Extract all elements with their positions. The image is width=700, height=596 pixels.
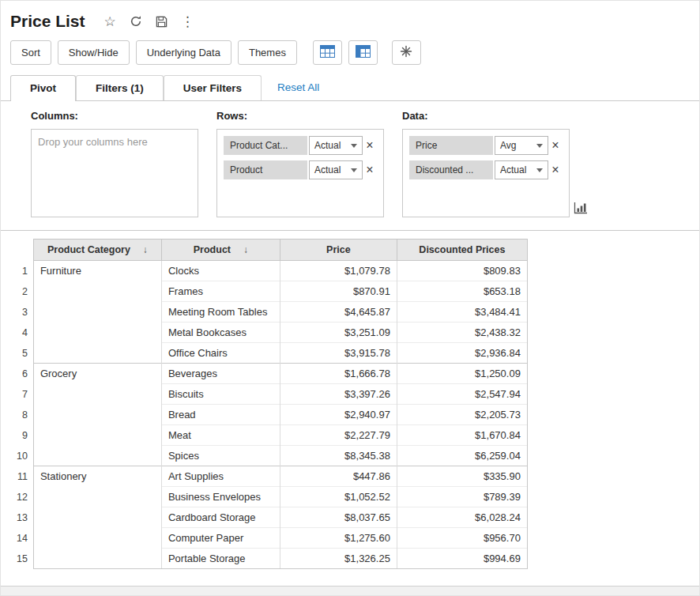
product-cell[interactable]: Business Envelopes <box>161 487 280 507</box>
product-cell[interactable]: Cardboard Storage <box>161 507 280 528</box>
price-cell[interactable]: $447.86 <box>280 466 397 487</box>
category-cell[interactable] <box>33 343 161 364</box>
discounted-price-cell[interactable]: $994.69 <box>397 549 527 569</box>
discounted-price-cell[interactable]: $809.83 <box>397 261 527 281</box>
aggregation-select[interactable]: Avg <box>495 136 548 155</box>
category-cell[interactable] <box>33 384 161 405</box>
price-cell[interactable]: $1,666.78 <box>280 364 397 384</box>
product-cell[interactable]: Biscuits <box>161 384 280 405</box>
price-cell[interactable]: $2,940.97 <box>280 405 397 425</box>
price-cell[interactable]: $1,052.52 <box>280 487 397 507</box>
field-chip-product-category[interactable]: Product Cat... <box>224 136 307 155</box>
category-cell[interactable] <box>33 302 161 323</box>
tab-filters[interactable]: Filters (1) <box>76 75 164 100</box>
save-icon[interactable] <box>156 16 167 28</box>
remove-field-icon[interactable]: × <box>548 160 563 179</box>
price-cell[interactable]: $3,397.26 <box>280 384 397 405</box>
category-cell[interactable] <box>33 281 161 302</box>
category-cell[interactable] <box>33 323 161 343</box>
tab-user-filters[interactable]: User Filters <box>164 75 262 100</box>
remove-field-icon[interactable]: × <box>363 160 377 179</box>
sort-descending-icon[interactable]: ↓ <box>143 244 148 255</box>
remove-field-icon[interactable]: × <box>363 136 377 155</box>
price-cell[interactable]: $8,345.38 <box>280 446 397 466</box>
aggregation-select[interactable]: Actual <box>309 160 363 179</box>
more-options-icon[interactable]: ⋮ <box>181 15 194 28</box>
row-number: 14 <box>10 528 33 549</box>
price-cell[interactable]: $870.91 <box>280 281 397 302</box>
columns-dropzone[interactable]: Drop your columns here <box>31 129 198 217</box>
column-header-price[interactable]: Price <box>280 240 397 261</box>
price-cell[interactable]: $3,915.78 <box>280 343 397 364</box>
product-cell[interactable]: Metal Bookcases <box>161 323 280 343</box>
favorite-star-icon[interactable]: ☆ <box>104 15 116 28</box>
data-dropzone[interactable]: Price Avg × Discounted ... Actual <box>402 129 570 217</box>
product-cell[interactable]: Art Supplies <box>161 466 280 487</box>
summary-options-icon[interactable] <box>574 202 588 217</box>
tabular-view-button[interactable] <box>348 40 378 65</box>
product-cell[interactable]: Computer Paper <box>161 528 280 549</box>
product-cell[interactable]: Meat <box>161 425 280 446</box>
price-cell[interactable]: $3,251.09 <box>280 323 397 343</box>
aggregation-select[interactable]: Actual <box>309 136 363 155</box>
category-cell[interactable]: Furniture <box>33 261 161 281</box>
field-chip-product[interactable]: Product <box>224 160 307 179</box>
aggregation-select[interactable]: Actual <box>495 160 548 179</box>
discounted-price-cell[interactable]: $2,936.84 <box>397 343 527 364</box>
insights-button[interactable] <box>392 40 421 65</box>
discounted-price-cell[interactable]: $789.39 <box>397 487 527 507</box>
discounted-price-cell[interactable]: $956.70 <box>397 528 527 549</box>
sort-button[interactable]: Sort <box>10 40 51 65</box>
show-hide-button[interactable]: Show/Hide <box>58 40 130 65</box>
price-cell[interactable]: $4,645.87 <box>280 302 397 323</box>
discounted-price-cell[interactable]: $6,259.04 <box>397 446 527 466</box>
discounted-price-cell[interactable]: $1,670.84 <box>397 425 527 446</box>
category-cell[interactable]: Grocery <box>33 364 161 384</box>
underlying-data-button[interactable]: Underlying Data <box>136 40 231 65</box>
discounted-price-cell[interactable]: $3,484.41 <box>397 302 527 323</box>
sort-descending-icon[interactable]: ↓ <box>243 244 248 255</box>
column-header-product-category[interactable]: Product Category↓ <box>33 240 161 261</box>
discounted-price-cell[interactable]: $653.18 <box>397 281 527 302</box>
category-cell[interactable] <box>33 487 161 507</box>
field-chip-discounted[interactable]: Discounted ... <box>409 160 493 179</box>
product-cell[interactable]: Office Chairs <box>161 343 280 364</box>
compact-view-button[interactable] <box>313 40 342 65</box>
product-cell[interactable]: Clocks <box>161 261 280 281</box>
field-chip-price[interactable]: Price <box>409 136 493 155</box>
discounted-price-cell[interactable]: $2,438.32 <box>397 323 527 343</box>
price-cell[interactable]: $2,227.79 <box>280 425 397 446</box>
discounted-price-cell[interactable]: $2,547.94 <box>397 384 527 405</box>
horizontal-scrollbar[interactable] <box>1 586 699 595</box>
tab-pivot[interactable]: Pivot <box>10 75 76 101</box>
product-cell[interactable]: Portable Storage <box>161 549 280 569</box>
discounted-price-cell[interactable]: $335.90 <box>397 466 527 487</box>
category-cell[interactable] <box>33 446 161 466</box>
category-cell[interactable] <box>33 507 161 528</box>
discounted-price-cell[interactable]: $2,205.73 <box>397 405 527 425</box>
tab-bar: Pivot Filters (1) User Filters Reset All <box>1 74 699 101</box>
themes-button[interactable]: Themes <box>238 40 297 65</box>
refresh-icon[interactable] <box>130 15 142 28</box>
column-header-discounted-prices[interactable]: Discounted Prices <box>397 240 527 261</box>
reset-all-link[interactable]: Reset All <box>277 81 319 93</box>
category-cell[interactable] <box>33 405 161 425</box>
price-cell[interactable]: $1,326.25 <box>280 549 397 569</box>
discounted-price-cell[interactable]: $1,250.09 <box>397 364 527 384</box>
rows-dropzone[interactable]: Product Cat... Actual × Product Actual <box>216 129 384 217</box>
product-cell[interactable]: Meeting Room Tables <box>161 302 280 323</box>
remove-field-icon[interactable]: × <box>548 136 563 155</box>
category-cell[interactable] <box>33 549 161 569</box>
price-cell[interactable]: $8,037.65 <box>280 507 397 528</box>
product-cell[interactable]: Spices <box>161 446 280 466</box>
price-cell[interactable]: $1,079.78 <box>280 261 397 281</box>
category-cell[interactable]: Stationery <box>33 466 161 487</box>
category-cell[interactable] <box>33 528 161 549</box>
category-cell[interactable] <box>33 425 161 446</box>
product-cell[interactable]: Beverages <box>161 364 280 384</box>
discounted-price-cell[interactable]: $6,028.24 <box>397 507 527 528</box>
column-header-product[interactable]: Product↓ <box>161 240 280 261</box>
product-cell[interactable]: Bread <box>161 405 280 425</box>
price-cell[interactable]: $1,275.60 <box>280 528 397 549</box>
product-cell[interactable]: Frames <box>161 281 280 302</box>
